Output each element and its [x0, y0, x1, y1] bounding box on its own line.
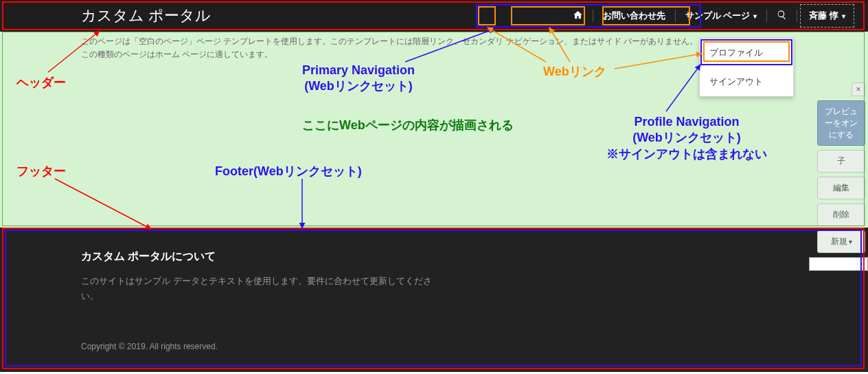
anno-label-footer: フッター — [16, 163, 66, 179]
anno-label-weblink: Webリンク — [543, 63, 606, 80]
toolbar-new[interactable]: 新規▾ — [817, 230, 865, 253]
nav-separator — [797, 10, 797, 22]
nav-home[interactable] — [563, 0, 593, 32]
dropdown-profile[interactable]: プロファイル — [700, 38, 793, 67]
anno-profile-nav-l3: ※サインアウトは含まれない — [606, 146, 767, 162]
nav-contact[interactable]: お問い合わせ先 — [593, 0, 675, 32]
body-text: このページは「空白のページ」ページ テンプレートを使用します。このテンプレートに… — [81, 35, 698, 61]
footer-copyright: Copyright © 2019. All rights reserved. — [81, 342, 218, 351]
primary-nav: お問い合わせ先 サンプル ページ ▾ 斉藤 惇 ▾ — [563, 0, 854, 32]
toolbar-child[interactable]: 子 — [817, 150, 865, 173]
body-line2: この種類のページはホーム ページに適しています。 — [81, 48, 698, 61]
body-line1: このページは「空白のページ」ページ テンプレートを使用します。このテンプレートに… — [81, 35, 698, 48]
anno-profile-nav-l1: Profile Navigation — [606, 115, 767, 129]
nav-user-label: 斉藤 惇 — [809, 10, 838, 22]
anno-label-content: ここにWebページの内容が描画される — [302, 117, 514, 133]
nav-user[interactable]: 斉藤 惇 ▾ — [800, 4, 854, 28]
brand-title[interactable]: カスタム ポータル — [81, 6, 211, 26]
toolbar-input[interactable] — [809, 257, 868, 271]
anno-primary-nav-l2: (Webリンクセット) — [302, 78, 415, 94]
toolbar-new-label: 新規 — [831, 236, 847, 246]
nav-sample-page-label: サンプル ページ — [685, 10, 751, 22]
toolbar-close[interactable]: × — [852, 82, 865, 96]
footer-title: カスタム ポータルについて — [81, 250, 868, 264]
anno-label-primary-nav: Primary Navigation (Webリンクセット) — [302, 63, 415, 94]
header-bar: カスタム ポータル お問い合わせ先 サンプル ページ ▾ 斉藤 惇 ▾ — [0, 0, 868, 32]
nav-sample-page[interactable]: サンプル ページ ▾ — [676, 0, 767, 32]
toolbar-delete[interactable]: 削除 — [817, 204, 865, 226]
toolbar-edit[interactable]: 編集 — [817, 177, 865, 199]
footer-desc: このサイトはサンプル データとテキストを使用します。要件に合わせて更新してくださ… — [81, 274, 438, 304]
anno-primary-nav-l1: Primary Navigation — [302, 63, 415, 78]
toolbar-preview[interactable]: プレビューをオンにする — [817, 100, 865, 146]
anno-profile-nav-l2: (Webリンクセット) — [606, 129, 767, 146]
user-dropdown: プロファイル サインアウト — [699, 38, 794, 97]
nav-contact-label: お問い合わせ先 — [603, 10, 665, 22]
chevron-down-icon: ▾ — [842, 12, 845, 20]
edit-toolbar: × プレビューをオンにする 子 編集 削除 新規▾ — [808, 82, 868, 271]
home-icon — [573, 10, 583, 22]
nav-search[interactable] — [767, 0, 797, 32]
chevron-down-icon: ▾ — [849, 238, 852, 245]
anno-label-profile-nav: Profile Navigation (Webリンクセット) ※サインアウトは含… — [606, 115, 767, 162]
footer: カスタム ポータルについて このサイトはサンプル データとテキストを使用します。… — [0, 228, 868, 372]
anno-label-header: ヘッダー — [16, 74, 66, 91]
chevron-down-icon: ▾ — [753, 12, 757, 20]
dropdown-signout[interactable]: サインアウト — [700, 67, 793, 96]
search-icon — [777, 10, 787, 22]
anno-label-footer-set: Footer(Webリンクセット) — [215, 163, 362, 179]
